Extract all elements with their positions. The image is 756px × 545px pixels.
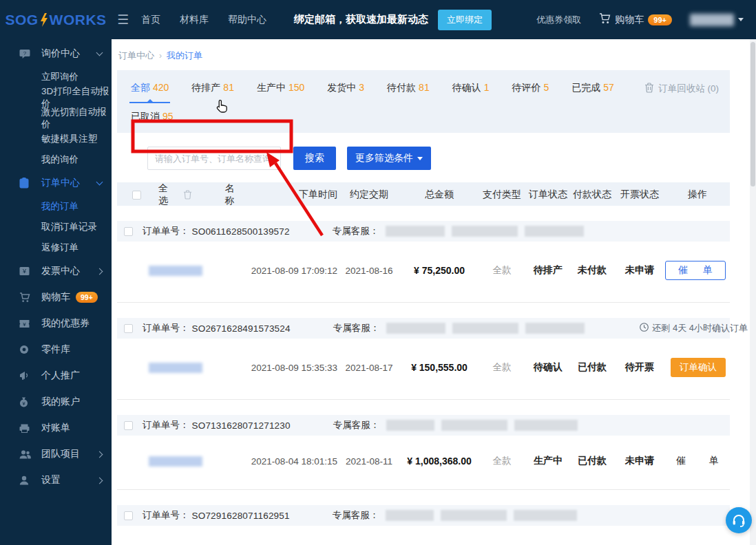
sidebar-item-inquiry-center[interactable]: ? 询价中心 [0,41,112,67]
breadcrumb-parent[interactable]: 订单中心 [118,50,154,62]
order-checkbox[interactable] [124,511,133,520]
service-label: 专属客服： [333,322,380,334]
sidebar-item-personal-promotion[interactable]: 个人推广 [0,363,112,389]
sidebar-item-label: 设置 [41,474,61,487]
sidebar-subitem-my-quotes[interactable]: 我的询价 [0,149,112,170]
order-header: 订单单号： SO7291628071162951 专属客服： [117,505,730,526]
sidebar-item-statements[interactable]: 对账单 [0,415,112,441]
delivery-date: 2021-08-17 [337,363,401,373]
nav-materials[interactable]: 材料库 [180,14,209,26]
bind-now-button[interactable]: 立即绑定 [438,10,492,30]
sidebar-item-invoice-center[interactable]: ¥ 发票中心 [0,258,112,284]
sidebar-item-label: 订单中心 [41,177,80,189]
sidebar-subitem-laser-cut-quote[interactable]: 激光切割自动报价 [0,108,112,129]
order-status: 待排产 [526,264,570,277]
hamburger-menu-icon[interactable]: ☰ [117,12,129,28]
customer-service-button[interactable] [726,507,752,533]
sidebar-item-label: 对账单 [41,422,70,434]
sidebar-subitem-cancelled-orders[interactable]: 取消订单记录 [0,217,112,237]
page-scrollbar[interactable] [750,39,756,545]
order-name-blurred[interactable] [149,456,202,467]
sidebar-item-parts-library[interactable]: 零件库 [0,336,112,363]
sidebar-subitem-rapid-mold[interactable]: 敏捷模具注塑 [0,129,112,149]
confirm-order-button[interactable]: 订单确认 [671,358,726,377]
urge-order-button[interactable]: 催 单 [665,261,726,280]
pay-type: 全款 [478,361,526,374]
service-contact-blurred [452,226,518,237]
nav-help[interactable]: 帮助中心 [228,14,266,26]
service-name-blurred [386,323,445,334]
order-recycle-bin[interactable]: 订单回收站 (0) [644,83,719,95]
order-search-input[interactable] [147,147,281,170]
total-amount: ¥ 75,250.00 [401,265,478,276]
cart-badge: 99+ [648,14,672,25]
sidebar-item-my-account[interactable]: ¥ 我的账户 [0,389,112,415]
more-filters-button[interactable]: 更多筛选条件 [347,147,431,170]
delete-selected-icon[interactable] [183,190,192,202]
sidebar-subitem-quote-now[interactable]: 立即询价 [0,67,112,87]
main-content: 订单中心 › 我的订单 全部420 待排产81 生产中150 发货中3 待付款8… [112,39,756,545]
order-checkbox[interactable] [124,227,133,236]
sidebar-subitem-3d-print-quote[interactable]: 3D打印全自动报价 [0,87,112,108]
tab-cancelled[interactable]: 已取消95 [131,111,174,123]
order-number: SO0611628500139572 [192,226,290,237]
logo[interactable]: SOG WORKS [0,12,112,28]
order-number: SO7131628071271230 [192,420,291,431]
sidebar: ? 询价中心 立即询价 3D打印全自动报价 激光切割自动报价 敏捷模具注塑 我的… [0,39,112,545]
order-status: 待确认 [526,361,570,374]
col-amount: 总金额 [401,189,478,201]
coupon-icon: ¥ [19,319,31,328]
nav-home[interactable]: 首页 [141,14,160,26]
sidebar-subitem-my-orders[interactable]: 我的订单 [0,196,112,217]
cart-label: 购物车 [615,14,644,26]
sidebar-item-settings[interactable]: 设置 [0,467,112,493]
order-checkbox[interactable] [124,421,133,430]
tab-in-production[interactable]: 生产中150 [257,82,304,94]
megaphone-icon [19,371,31,381]
service-contact-blurred [441,420,507,431]
sidebar-item-order-center[interactable]: 订单中心 [0,170,112,196]
tab-all[interactable]: 全部420 [131,82,169,94]
invoice-status: 未申请 [614,264,665,277]
tab-shipping[interactable]: 发货中3 [327,82,364,94]
order-name-blurred[interactable] [149,266,202,276]
order-number: SO2671628491573524 [192,323,291,334]
pay-type: 全款 [478,455,526,467]
scrollbar-thumb[interactable] [750,42,755,186]
tab-pending-payment[interactable]: 待付款81 [387,82,430,94]
sidebar-item-label: 个人推广 [41,370,80,382]
user-name-blurred [690,14,734,26]
order-status: 生产中 [526,455,570,467]
col-actions: 操作 [665,189,730,201]
order-header: 订单单号： SO7131628071271230 专属客服： [117,415,730,436]
chevron-down-icon [96,50,103,56]
tab-pending-review[interactable]: 待评价5 [512,82,549,94]
urge-order-link[interactable]: 催 单 [676,455,726,467]
breadcrumb-current: 我的订单 [167,50,202,62]
recycle-bin-label: 订单回收站 (0) [658,83,719,95]
lightning-bolt-icon [39,13,49,27]
invoice-icon: ¥ [19,266,31,276]
order-no-label: 订单单号： [143,419,189,431]
user-account[interactable] [690,14,744,26]
sidebar-subitem-repair-orders[interactable]: 返修订单 [0,237,112,258]
tab-pending-confirm[interactable]: 待确认1 [452,82,490,94]
sidebar-item-cart[interactable]: 购物车 99+ [0,284,112,310]
search-button[interactable]: 搜索 [293,147,336,170]
money-bag-icon: ¥ [19,397,31,407]
sidebar-item-my-coupons[interactable]: ¥ 我的优惠券 [0,310,112,336]
order-row: 订单单号： SO7131628071271230 专属客服： 2021-08-0… [117,415,730,490]
order-number: SO7291628071162951 [192,511,290,521]
tab-pending-schedule[interactable]: 待排产81 [191,82,234,94]
top-nav: 首页 材料库 帮助中心 [141,14,266,26]
coupon-claim-link[interactable]: 优惠券领取 [536,14,581,26]
tab-completed[interactable]: 已完成57 [571,82,614,94]
order-name-blurred[interactable] [149,363,202,373]
order-checkbox[interactable] [124,324,133,333]
sidebar-item-team-projects[interactable]: 团队项目 [0,441,112,467]
topbar-cart[interactable]: 购物车 99+ [599,13,672,26]
topbar-right: 优惠券领取 购物车 99+ [536,13,756,26]
order-time: 2021-08-09 17:09:12 [241,266,337,276]
col-invoice-status: 开票状态 [614,189,665,201]
search-bar: 搜索 更多筛选条件 [117,147,730,170]
